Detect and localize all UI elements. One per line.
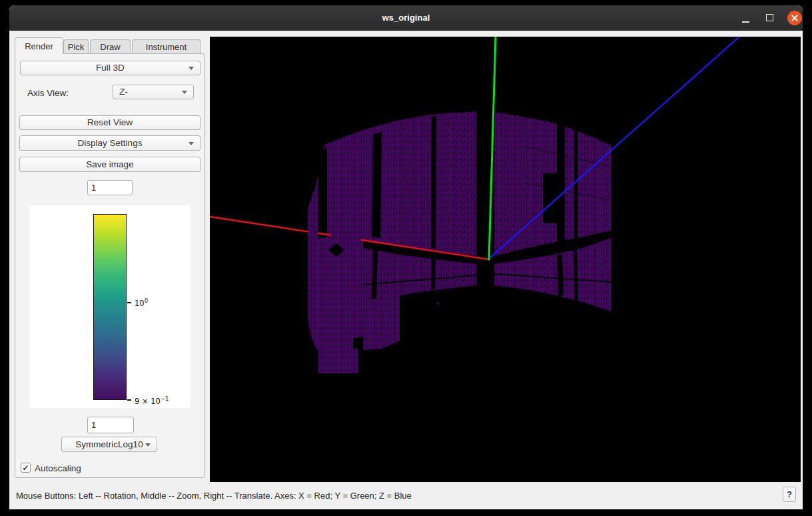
instrument-3d-render [210, 37, 801, 482]
scale-type-combobox[interactable]: SymmetricLog10 [61, 437, 157, 452]
scale-max-input[interactable] [87, 180, 133, 195]
status-bar: Mouse Buttons: Left -- Rotation, Middle … [9, 482, 803, 509]
detector-banks [308, 111, 611, 373]
tab-draw[interactable]: Draw [90, 39, 131, 54]
autoscaling-label: Autoscaling [35, 463, 81, 473]
display-settings-label: Display Settings [20, 136, 200, 150]
reset-view-label: Reset View [20, 116, 200, 129]
tab-pick[interactable]: Pick [63, 39, 89, 54]
minimize-icon [742, 21, 749, 23]
reset-view-button[interactable]: Reset View [19, 115, 201, 130]
chevron-down-icon [189, 142, 194, 145]
help-button[interactable]: ? [783, 487, 796, 502]
chevron-down-icon [145, 443, 151, 447]
save-image-label: Save image [20, 157, 200, 171]
close-button[interactable] [785, 5, 805, 31]
colorbar-gradient[interactable] [93, 214, 127, 400]
window-title: ws_original [9, 5, 803, 31]
colorbar-tick-label-2: 9 × 10−1 [135, 395, 169, 406]
tab-render[interactable]: Render [15, 37, 63, 54]
status-message: Mouse Buttons: Left -- Rotation, Middle … [16, 491, 412, 501]
save-image-button[interactable]: Save image [19, 157, 201, 172]
axis-view-value: Z- [119, 87, 128, 97]
instrument-view-window: ws_original Render Pick Draw Instrument … [9, 5, 803, 509]
display-settings-button[interactable]: Display Settings [19, 135, 201, 151]
scale-type-value: SymmetricLog10 [62, 437, 157, 451]
axis-view-label: Axis View: [27, 88, 69, 98]
colorbar-tick [127, 399, 131, 401]
x-axis-line [210, 217, 308, 232]
colorbar-tick-label-1: 100 [135, 297, 148, 308]
colorbar-panel: 100 9 × 10−1 [29, 205, 191, 408]
close-icon [787, 11, 802, 25]
minimize-button[interactable] [735, 5, 755, 31]
projection-value: Full 3D [21, 61, 200, 75]
autoscaling-checkbox[interactable]: ✓ [21, 463, 31, 473]
projection-combobox[interactable]: Full 3D [20, 61, 201, 75]
scale-min-input[interactable] [87, 417, 134, 433]
maximize-icon [766, 14, 773, 21]
title-bar[interactable]: ws_original [9, 5, 803, 31]
tab-instrument[interactable]: Instrument [132, 39, 201, 54]
colorbar-tick [127, 302, 131, 303]
maximize-button[interactable] [760, 5, 780, 31]
3d-viewport-canvas[interactable] [210, 37, 801, 482]
axis-view-combobox[interactable]: Z- [113, 85, 194, 99]
chevron-down-icon [189, 67, 194, 70]
chevron-down-icon [182, 91, 187, 94]
